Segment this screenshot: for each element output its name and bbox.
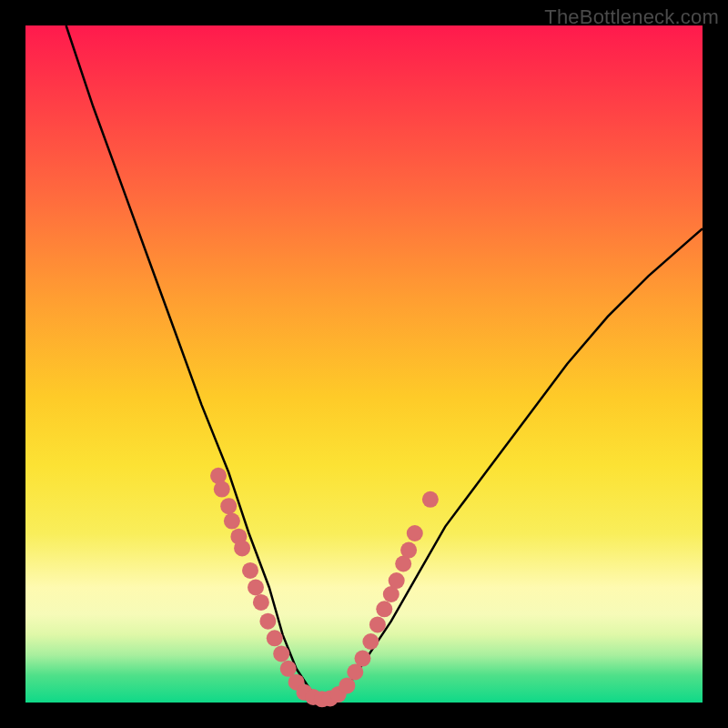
pink-dot xyxy=(400,542,417,559)
pink-dot xyxy=(267,630,283,646)
left-curve-path xyxy=(66,25,324,703)
pink-dot xyxy=(259,613,276,630)
pink-dot xyxy=(220,498,237,514)
pink-dots-group xyxy=(210,468,439,708)
pink-dot xyxy=(389,572,405,589)
watermark-text: TheBottleneck.com xyxy=(544,5,719,29)
pink-dot xyxy=(214,481,230,498)
pink-dot xyxy=(224,513,240,530)
pink-dot xyxy=(355,651,371,667)
pink-dot xyxy=(273,645,289,662)
pink-dot xyxy=(376,601,392,617)
pink-dot xyxy=(248,580,264,596)
plot-area xyxy=(25,25,703,703)
pink-dot xyxy=(407,525,423,541)
pink-dot xyxy=(242,562,258,579)
pink-dot xyxy=(362,633,379,650)
pink-dot xyxy=(234,540,250,556)
chart-container: TheBottleneck.com xyxy=(0,0,728,728)
pink-dot xyxy=(422,491,439,508)
pink-dot xyxy=(369,616,386,632)
pink-dot xyxy=(253,594,269,611)
chart-svg xyxy=(25,25,703,703)
